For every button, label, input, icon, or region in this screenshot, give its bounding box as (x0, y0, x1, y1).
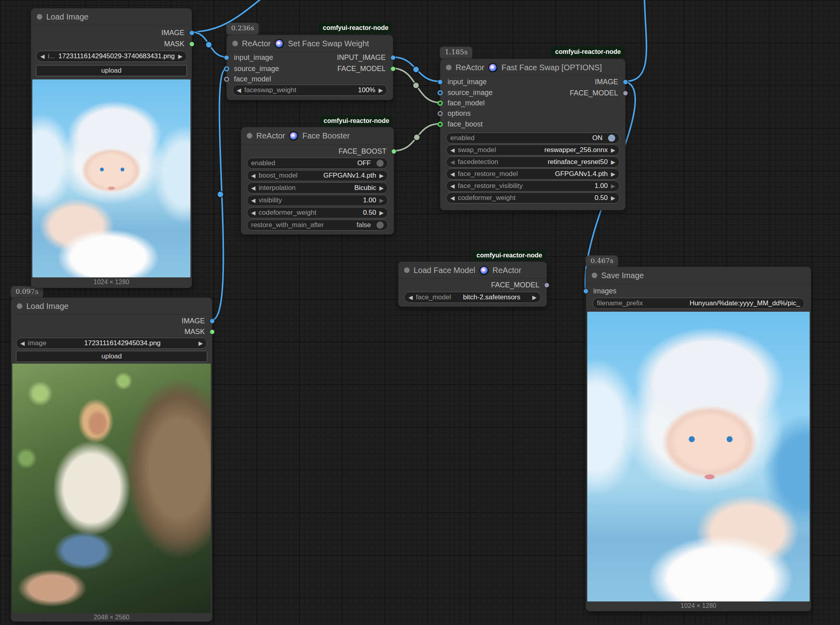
widget-label: restore_with_main_after (251, 221, 324, 229)
arrow-left-icon[interactable]: ◀ (450, 195, 455, 201)
visibility-widget[interactable]: ◀ visibility 1.00 ▶ (247, 195, 388, 206)
toggle-knob[interactable] (608, 134, 615, 142)
arrow-right-icon[interactable]: ▶ (379, 210, 384, 216)
node-title-bar[interactable]: ReActor Set Face Swap Weight (227, 35, 393, 52)
node-pack-badge: comfyui-reactor-node (319, 23, 392, 33)
output-slot-mask[interactable] (210, 329, 215, 334)
codeformer-weight-widget[interactable]: ◀ codeformer_weight 0.50 ▶ (247, 207, 388, 218)
upload-button[interactable]: upload (16, 351, 207, 362)
widget-value: Hunyuan/%date:yyyy_MM_dd%/pic_ (689, 299, 800, 307)
output-slot-image[interactable] (189, 30, 194, 36)
node-title: Face Booster (302, 131, 350, 140)
arrow-left-icon[interactable]: ◀ (40, 53, 45, 59)
node-save-image[interactable]: Save Image images filename_prefix Hunyua… (586, 267, 811, 611)
node-pack-badge: comfyui-reactor-node (473, 250, 546, 261)
input-slot-face-model[interactable] (224, 77, 229, 82)
node-graph-canvas[interactable]: Load Image IMAGE MASK ◀ i... 17231116142… (0, 0, 840, 625)
node-title-bar[interactable]: Save Image (586, 267, 811, 284)
node-face-booster[interactable]: ReActor Face Booster FACE_BOOST enabled … (241, 127, 394, 235)
face-restore-model-widget[interactable]: ◀ face_restore_model GFPGANv1.4.pth ▶ (446, 168, 620, 180)
node-pack-badge: comfyui-reactor-node (551, 47, 625, 57)
node-set-face-swap-weight[interactable]: ReActor Set Face Swap Weight input_image… (226, 35, 393, 100)
widget-label: i... (48, 52, 55, 60)
filename-prefix-widget[interactable]: filename_prefix Hunyuan/%date:yyyy_MM_dd… (592, 298, 804, 309)
image-preview (12, 364, 211, 613)
node-title-bar[interactable]: Load Image (11, 298, 212, 315)
arrow-left-icon[interactable]: ◀ (450, 147, 455, 153)
toggle-knob[interactable] (376, 160, 384, 167)
node-load-face-model[interactable]: Load Face Model ReActor FACE_MODEL ◀ fac… (398, 261, 547, 307)
node-title-bar[interactable]: Load Image (31, 8, 192, 26)
output-slot-mask[interactable] (189, 42, 194, 47)
node-load-image-2[interactable]: Load Image IMAGE MASK ◀ image 1723111614… (11, 297, 212, 622)
output-slot-image[interactable] (210, 318, 215, 324)
arrow-right-icon[interactable]: ▶ (379, 185, 384, 191)
codeformer-weight-widget[interactable]: ◀ codeformer_weight 0.50 ▶ (446, 192, 620, 204)
enabled-toggle-widget[interactable]: enabled ON (446, 133, 620, 144)
widget-label: image (28, 339, 46, 347)
arrow-right-icon[interactable]: ▶ (611, 195, 615, 201)
output-slot-image[interactable] (623, 79, 628, 85)
arrow-right-icon[interactable]: ▶ (611, 171, 615, 177)
arrow-right-icon[interactable]: ▶ (611, 159, 615, 165)
node-title-bar[interactable]: ReActor Fast Face Swap [OPTIONS] (440, 59, 625, 76)
arrow-right-icon[interactable]: ▶ (532, 295, 537, 300)
output-label-mask: MASK (164, 40, 184, 48)
arrow-right-icon[interactable]: ▶ (379, 198, 384, 203)
arrow-right-icon[interactable]: ▶ (378, 87, 383, 93)
image-combo-widget[interactable]: ◀ i... 17231116142945029-3740683431.png … (36, 51, 187, 62)
arrow-left-icon[interactable]: ◀ (237, 87, 241, 93)
image-size-caption: 1024 × 1280 (31, 279, 192, 286)
node-title: Set Face Swap Weight (288, 39, 369, 48)
arrow-right-icon[interactable]: ▶ (379, 173, 384, 178)
boost-model-widget[interactable]: ◀ boost_model GFPGANv1.4.pth ▶ (247, 170, 388, 181)
output-slot-input-image[interactable] (390, 55, 396, 60)
arrow-left-icon[interactable]: ◀ (450, 171, 455, 177)
node-title: Fast Face Swap [OPTIONS] (501, 63, 602, 72)
widget-label: face_restore_visibility (458, 182, 523, 190)
output-slot-face-model[interactable] (544, 283, 549, 288)
input-slot-options[interactable] (438, 111, 443, 116)
toggle-knob[interactable] (376, 222, 384, 229)
input-slot-face-boost[interactable] (438, 122, 443, 127)
faceswap-weight-widget[interactable]: ◀ faceswap_weight 100% ▶ (232, 85, 387, 96)
restore-with-main-after-toggle[interactable]: restore_with_main_after false (247, 220, 388, 231)
image-combo-widget[interactable]: ◀ image 17231116142945034.png ▶ (16, 338, 207, 349)
arrow-left-icon[interactable]: ◀ (408, 295, 413, 300)
widget-value: bitch-2.safetensors (463, 293, 521, 301)
widget-value: 0.50 (363, 209, 376, 217)
arrow-right-icon[interactable]: ▶ (611, 183, 615, 189)
node-fast-face-swap[interactable]: ReActor Fast Face Swap [OPTIONS] input_i… (440, 59, 626, 210)
output-slot-face-boost[interactable] (391, 149, 396, 154)
interpolation-widget[interactable]: ◀ interpolation Bicubic ▶ (247, 182, 388, 194)
arrow-left-icon[interactable]: ◀ (20, 340, 25, 346)
image-preview (587, 312, 810, 601)
node-title-bar[interactable]: Load Face Model ReActor (398, 262, 547, 279)
arrow-right-icon[interactable]: ▶ (611, 147, 615, 153)
arrow-left-icon[interactable]: ◀ (450, 183, 455, 189)
input-slot-images[interactable] (583, 289, 588, 294)
input-slot-face-model[interactable] (438, 101, 443, 106)
enabled-toggle-widget[interactable]: enabled OFF (247, 158, 388, 169)
link-midpoint-dot (206, 42, 212, 48)
output-slot-face-model[interactable] (390, 66, 396, 71)
arrow-left-icon[interactable]: ◀ (251, 185, 256, 191)
upload-button[interactable]: upload (36, 65, 187, 76)
widget-label: filename_prefix (597, 299, 643, 307)
swap-model-widget[interactable]: ◀ swap_model reswapper_256.onnx ▶ (446, 144, 620, 156)
facedetection-widget[interactable]: ◀ facedetection retinaface_resnet50 ▶ (446, 156, 620, 168)
arrow-right-icon[interactable]: ▶ (178, 53, 182, 59)
node-title-bar[interactable]: ReActor Face Booster (241, 127, 394, 144)
image-size-caption: 1024 × 1280 (586, 602, 811, 609)
arrow-left-icon[interactable]: ◀ (251, 210, 256, 216)
face-restore-visibility-widget[interactable]: ◀ face_restore_visibility 1.00 ▶ (446, 180, 620, 192)
face-model-widget[interactable]: ◀ face_model bitch-2.safetensors ▶ (404, 292, 541, 303)
output-slot-face-model[interactable] (623, 91, 628, 96)
input-label: options (448, 109, 471, 118)
arrow-left-icon[interactable]: ◀ (251, 173, 256, 178)
node-pack-badge: comfyui-reactor-node (320, 116, 393, 126)
node-load-image-1[interactable]: Load Image IMAGE MASK ◀ i... 17231116142… (31, 8, 192, 288)
arrow-right-icon[interactable]: ▶ (198, 340, 203, 346)
arrow-left-icon[interactable]: ◀ (450, 159, 455, 165)
arrow-left-icon[interactable]: ◀ (251, 198, 256, 203)
